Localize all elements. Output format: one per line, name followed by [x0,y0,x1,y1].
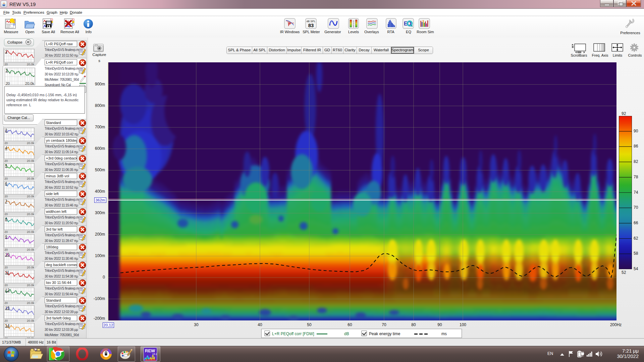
svg-text:REW: REW [145,348,155,353]
svg-text:83: 83 [308,22,314,28]
